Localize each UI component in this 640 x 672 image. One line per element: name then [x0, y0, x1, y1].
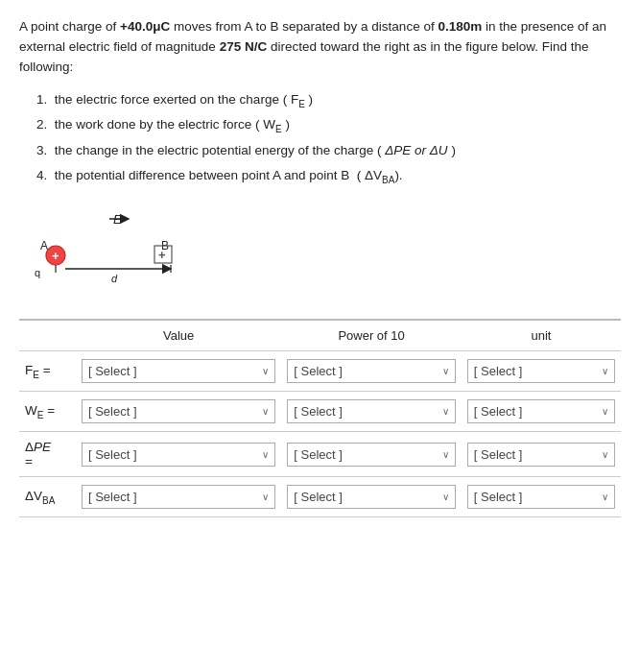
- select-unit-row-2[interactable]: [ Select ]∨[ Select ]: [467, 443, 615, 467]
- col-header-unit: unit: [462, 320, 621, 351]
- diagram-svg: E A + B + q d: [29, 211, 221, 298]
- row-0-unit-cell: [ Select ]∨[ Select ]: [462, 351, 621, 392]
- table-row: ΔPE=[ Select ]∨[ Select ][ Select ]∨[ Se…: [19, 432, 621, 477]
- svg-text:+: +: [158, 248, 166, 262]
- svg-text:q: q: [35, 267, 40, 278]
- item-2: 2. the work done by the electric force (…: [36, 112, 621, 138]
- row-0-value-cell: [ Select ]∨[ Select ]: [76, 351, 281, 392]
- row-label-3: ΔVBA: [19, 477, 76, 517]
- row-0-power-cell: [ Select ]∨[ Select ]: [281, 351, 462, 392]
- select-power-row-0[interactable]: [ Select ]∨[ Select ]: [287, 359, 456, 383]
- row-label-2: ΔPE=: [19, 432, 76, 477]
- select-value-row-3[interactable]: [ Select ]∨[ Select ]: [82, 485, 275, 509]
- svg-text:d: d: [111, 273, 118, 284]
- select-power-row-2[interactable]: [ Select ]∨[ Select ]: [287, 443, 456, 467]
- select-power-row-1[interactable]: [ Select ]∨[ Select ]: [287, 399, 456, 423]
- row-1-unit-cell: [ Select ]∨[ Select ]: [462, 392, 621, 432]
- problem-items: 1. the electric force exerted on the cha…: [36, 87, 621, 189]
- item-1: 1. the electric force exerted on the cha…: [36, 87, 621, 113]
- item-3: 3. the change in the electric potential …: [36, 138, 621, 163]
- col-header-value: Value: [76, 320, 281, 351]
- diagram: E A + B + q d: [29, 202, 621, 298]
- row-3-value-cell: [ Select ]∨[ Select ]: [76, 477, 281, 517]
- svg-text:+: +: [52, 249, 59, 263]
- row-3-unit-cell: [ Select ]∨[ Select ]: [462, 477, 621, 517]
- table-row: ΔVBA[ Select ]∨[ Select ][ Select ]∨[ Se…: [19, 477, 621, 517]
- col-header-label: [19, 320, 76, 351]
- problem-intro: A point charge of +40.0μC moves from A t…: [19, 17, 621, 78]
- select-unit-row-0[interactable]: [ Select ]∨[ Select ]: [467, 359, 615, 383]
- row-2-value-cell: [ Select ]∨[ Select ]: [76, 432, 281, 477]
- row-1-value-cell: [ Select ]∨[ Select ]: [76, 392, 281, 432]
- item-4: 4. the potential difference between poin…: [36, 163, 621, 189]
- select-unit-row-1[interactable]: [ Select ]∨[ Select ]: [467, 399, 615, 423]
- select-value-row-0[interactable]: [ Select ]∨[ Select ]: [82, 359, 275, 383]
- select-power-row-3[interactable]: [ Select ]∨[ Select ]: [287, 485, 456, 509]
- row-2-unit-cell: [ Select ]∨[ Select ]: [462, 432, 621, 477]
- row-3-power-cell: [ Select ]∨[ Select ]: [281, 477, 462, 517]
- table-row: FE =[ Select ]∨[ Select ][ Select ]∨[ Se…: [19, 351, 621, 392]
- row-label-1: WE =: [19, 392, 76, 432]
- row-2-power-cell: [ Select ]∨[ Select ]: [281, 432, 462, 477]
- row-label-0: FE =: [19, 351, 76, 392]
- col-header-power: Power of 10: [281, 320, 462, 351]
- row-1-power-cell: [ Select ]∨[ Select ]: [281, 392, 462, 432]
- answer-table: Value Power of 10 unit FE =[ Select ]∨[ …: [19, 319, 621, 517]
- select-value-row-1[interactable]: [ Select ]∨[ Select ]: [82, 399, 275, 423]
- select-unit-row-3[interactable]: [ Select ]∨[ Select ]: [467, 485, 615, 509]
- select-value-row-2[interactable]: [ Select ]∨[ Select ]: [82, 443, 275, 467]
- table-row: WE =[ Select ]∨[ Select ][ Select ]∨[ Se…: [19, 392, 621, 432]
